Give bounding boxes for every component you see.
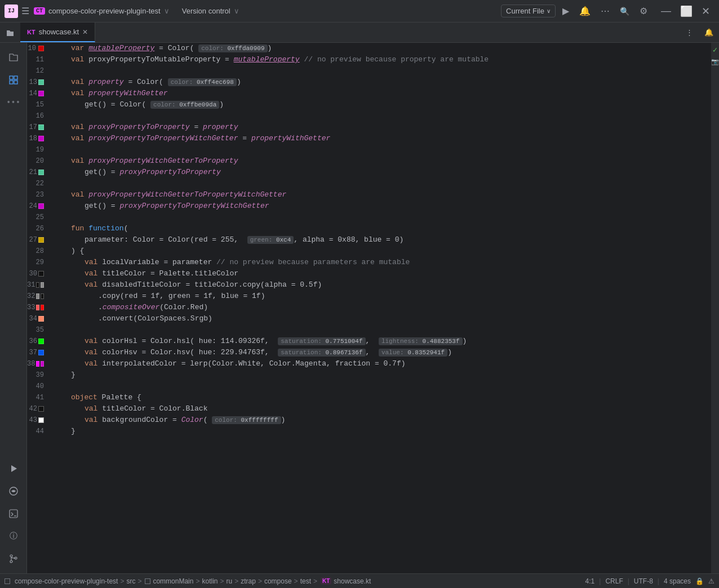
code-editor[interactable]: 10 11 12 13 14 15 16 17 18 xyxy=(27,43,719,573)
close-button[interactable]: ✕ xyxy=(697,3,714,20)
code-line-27: parameter: Color = Color(red = 255, gree… xyxy=(55,234,711,246)
bc-ztrap[interactable]: ztrap xyxy=(241,577,256,585)
code-line-32: .copy(red = 1f, green = 1f, blue = 1f) xyxy=(55,291,711,302)
code-line-17: val proxyPropertyToProperty = property xyxy=(55,122,711,133)
line-25: 25 xyxy=(27,212,48,223)
bc-common-main[interactable]: commonMain xyxy=(153,577,193,585)
notifications-status-icon[interactable]: ⚠ xyxy=(708,577,714,585)
code-line-42: val titleColor = Color.Black xyxy=(55,403,711,415)
make-writable-icon[interactable]: 🔒 xyxy=(695,577,704,585)
notifications-icon[interactable]: 🔔 xyxy=(699,23,719,42)
code-line-10: var mutableProperty = Color( color: 0xff… xyxy=(55,43,711,54)
ai-icon[interactable] xyxy=(3,481,24,501)
code-line-18: val proxyPropertyToPropertyWitchGetter =… xyxy=(55,133,711,144)
code-line-43: val backgroundColor = Color( color: 0xff… xyxy=(55,415,711,426)
code-line-41: object Palette { xyxy=(55,392,711,403)
code-line-28: ) { xyxy=(55,246,711,257)
line-16: 16 xyxy=(27,110,48,122)
ide-logo: IJ xyxy=(5,5,18,18)
line-31: 31 xyxy=(27,279,48,291)
line-36: 36 xyxy=(27,336,48,347)
dropdown-arrow-icon: ∨ xyxy=(547,8,551,14)
line-12: 12 xyxy=(27,65,48,77)
code-line-38: val interpolatedColor = lerp(Color.White… xyxy=(55,358,711,369)
current-file-dropdown[interactable]: Current File ∨ xyxy=(501,5,556,17)
line-ending-type[interactable]: CRLF xyxy=(605,577,623,585)
camera-layout-icon[interactable]: 📷 xyxy=(711,58,719,65)
tab-close-icon[interactable]: ✕ xyxy=(82,28,88,36)
version-control-menu[interactable]: Version control xyxy=(182,7,230,15)
code-line-40 xyxy=(55,381,711,392)
line-34: 34 xyxy=(27,313,48,324)
line-number-gutter: 10 11 12 13 14 15 16 17 18 xyxy=(27,43,55,573)
line-10: 10 xyxy=(27,43,48,54)
line-38: 38 xyxy=(27,358,48,369)
more-actions-icon[interactable]: ⋯ xyxy=(597,3,613,19)
line-13: 13 xyxy=(27,77,48,88)
title-bar: IJ ☰ CT compose-color-preview-plugin-tes… xyxy=(0,0,719,23)
indent-settings[interactable]: 4 spaces xyxy=(664,577,691,585)
code-line-25 xyxy=(55,212,711,223)
tab-showcase-kt[interactable]: KT showcase.kt ✕ xyxy=(20,23,95,42)
maximize-button[interactable]: ⬜ xyxy=(676,3,697,20)
window-controls: — ⬜ ✕ xyxy=(656,3,714,20)
search-button[interactable]: 🔍 xyxy=(616,5,633,18)
line-24: 24 xyxy=(27,201,48,212)
code-line-23: val proxyPropertyWitchGetterToPropertyWi… xyxy=(55,189,711,201)
line-15: 15 xyxy=(27,99,48,110)
info-icon[interactable]: ⓘ xyxy=(3,526,24,546)
code-line-14: val propertyWithGetter xyxy=(55,88,711,99)
svg-rect-2 xyxy=(10,81,13,84)
main-layout: ••• ⓘ 10 11 xyxy=(0,43,719,573)
line-33: 33 xyxy=(27,302,48,313)
bc-ru[interactable]: ru xyxy=(227,577,233,585)
run-button[interactable]: ▶ xyxy=(559,3,572,19)
line-20: 20 xyxy=(27,155,48,167)
minimize-button[interactable]: — xyxy=(656,3,676,20)
bc-src[interactable]: src xyxy=(126,577,135,585)
code-content[interactable]: var mutableProperty = Color( color: 0xff… xyxy=(55,43,711,573)
project-files-icon[interactable] xyxy=(3,47,24,68)
code-line-30: val titleColor = Palette.titleColor xyxy=(55,268,711,279)
code-line-33: .compositeOver(Color.Red) xyxy=(55,302,711,313)
line-44: 44 xyxy=(27,426,48,437)
more-tools-icon[interactable]: ••• xyxy=(3,92,24,113)
code-line-36: val colorHsl = Color.hsl( hue: 114.09326… xyxy=(55,336,711,347)
file-encoding[interactable]: UTF-8 xyxy=(634,577,653,585)
settings-bell-icon[interactable]: 🔔 xyxy=(576,3,594,19)
tab-settings-icon[interactable]: ⋮ xyxy=(680,23,699,42)
svg-marker-4 xyxy=(11,465,17,472)
bc-compose[interactable]: compose xyxy=(264,577,292,585)
line-35: 35 xyxy=(27,324,48,336)
line-17: 17 xyxy=(27,122,48,133)
bc-root[interactable]: compose-color-preview-plugin-test xyxy=(15,577,118,585)
structure-icon[interactable] xyxy=(3,70,24,90)
code-line-15: get() = Color( color: 0xffbe09da) xyxy=(55,99,711,110)
line-39: 39 xyxy=(27,369,48,381)
status-bar: compose-color-preview-plugin-test > src … xyxy=(0,573,719,588)
line-18: 18 xyxy=(27,133,48,144)
line-28: 28 xyxy=(27,246,48,257)
terminal-icon[interactable] xyxy=(3,504,24,524)
project-name[interactable]: compose-color-preview-plugin-test xyxy=(48,7,161,15)
status-square-icon[interactable] xyxy=(5,578,10,584)
project-type-badge: CT xyxy=(34,7,45,15)
code-line-21: get() = proxyPropertyToProperty xyxy=(55,167,711,178)
line-43: 43 xyxy=(27,415,48,426)
hamburger-menu-icon[interactable]: ☰ xyxy=(21,6,29,17)
git-branches-icon[interactable] xyxy=(3,549,24,569)
run-config-icon[interactable] xyxy=(3,458,24,479)
right-gutter: ✓ 📷 xyxy=(711,43,719,573)
svg-point-8 xyxy=(10,560,12,563)
bc-kotlin[interactable]: kotlin xyxy=(202,577,218,585)
bc-file[interactable]: showcase.kt xyxy=(334,577,371,585)
settings-button[interactable]: ⚙ xyxy=(636,3,651,19)
project-folder-icon[interactable] xyxy=(0,23,20,42)
code-line-39: } xyxy=(55,369,711,381)
line-19: 19 xyxy=(27,144,48,155)
bc-test[interactable]: test xyxy=(300,577,311,585)
cursor-position[interactable]: 4:1 xyxy=(585,577,595,585)
cursor-position-label: 4:1 xyxy=(585,577,595,585)
svg-rect-1 xyxy=(14,76,17,79)
code-line-12 xyxy=(55,65,711,77)
